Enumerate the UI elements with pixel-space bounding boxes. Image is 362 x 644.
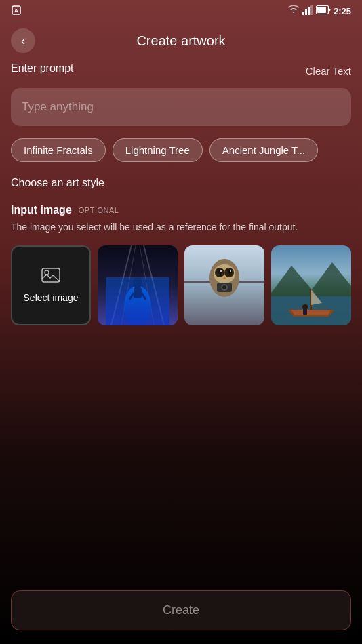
svg-rect-4 bbox=[308, 7, 310, 15]
art-style-section: Choose an art style bbox=[11, 177, 351, 189]
svg-line-19 bbox=[142, 293, 146, 300]
chip-infinite-fractals[interactable]: Infinite Fractals bbox=[11, 138, 106, 162]
prompt-header: Enter prompt Clear Text bbox=[11, 60, 351, 81]
svg-point-15 bbox=[124, 286, 151, 325]
input-image-title: Input image bbox=[11, 204, 72, 216]
battery-icon bbox=[316, 5, 331, 16]
clear-text-button[interactable]: Clear Text bbox=[306, 65, 351, 77]
svg-point-43 bbox=[302, 304, 308, 310]
svg-point-35 bbox=[222, 285, 226, 289]
svg-rect-5 bbox=[310, 5, 313, 15]
page-title: Create artwork bbox=[35, 33, 327, 49]
svg-rect-8 bbox=[42, 268, 60, 282]
status-icons: 2:25 bbox=[287, 5, 351, 17]
app-indicator: A bbox=[11, 5, 22, 18]
svg-point-16 bbox=[133, 277, 142, 288]
svg-point-9 bbox=[45, 270, 49, 275]
svg-rect-17 bbox=[134, 287, 142, 298]
bottom-action-area: Create bbox=[11, 590, 351, 630]
time-display: 2:25 bbox=[334, 6, 351, 16]
chip-lightning-tree[interactable]: Lightning Tree bbox=[113, 138, 203, 162]
svg-rect-10 bbox=[98, 245, 178, 325]
prompt-label: Enter prompt bbox=[11, 62, 73, 75]
select-image-label: Select image bbox=[24, 292, 79, 303]
svg-point-27 bbox=[228, 270, 232, 274]
escalator-thumbnail bbox=[98, 245, 178, 325]
input-image-description: The image you select will be used as a r… bbox=[11, 220, 351, 235]
create-button[interactable]: Create bbox=[11, 590, 351, 630]
select-image-button[interactable]: Select image bbox=[11, 245, 91, 325]
gallery-image-owl[interactable] bbox=[184, 245, 264, 325]
svg-point-26 bbox=[218, 270, 222, 274]
svg-rect-2 bbox=[302, 12, 304, 15]
svg-marker-40 bbox=[291, 310, 331, 315]
back-button[interactable]: ‹ bbox=[11, 28, 35, 53]
back-icon: ‹ bbox=[21, 34, 25, 48]
prompt-chips: Infinite Fractals Lightning Tree Ancient… bbox=[11, 138, 351, 162]
gallery-image-escalator[interactable] bbox=[98, 245, 178, 325]
svg-rect-3 bbox=[305, 9, 307, 15]
svg-point-29 bbox=[230, 270, 231, 272]
svg-rect-7 bbox=[317, 7, 326, 13]
prompt-input[interactable] bbox=[11, 88, 351, 126]
signal-icon bbox=[302, 5, 313, 17]
gallery-image-boat[interactable] bbox=[271, 245, 351, 325]
svg-line-18 bbox=[129, 293, 134, 300]
art-style-label: Choose an art style bbox=[11, 177, 351, 189]
svg-rect-44 bbox=[303, 309, 307, 315]
input-image-section: Input image OPTIONAL The image you selec… bbox=[11, 204, 351, 325]
chip-ancient-jungle[interactable]: Ancient Jungle T... bbox=[209, 138, 318, 162]
main-content: Enter prompt Clear Text Infinite Fractal… bbox=[0, 60, 362, 325]
boat-thumbnail bbox=[271, 245, 351, 325]
optional-badge: OPTIONAL bbox=[79, 206, 119, 214]
wifi-icon bbox=[287, 5, 300, 17]
header: ‹ Create artwork bbox=[0, 22, 362, 60]
svg-text:A: A bbox=[14, 7, 18, 14]
input-image-header: Input image OPTIONAL bbox=[11, 204, 351, 216]
image-gallery: Select image bbox=[11, 245, 351, 325]
owl-thumbnail bbox=[184, 245, 264, 325]
image-placeholder-icon bbox=[41, 268, 60, 287]
svg-point-28 bbox=[220, 270, 222, 272]
status-bar: A 2:25 bbox=[0, 0, 362, 22]
